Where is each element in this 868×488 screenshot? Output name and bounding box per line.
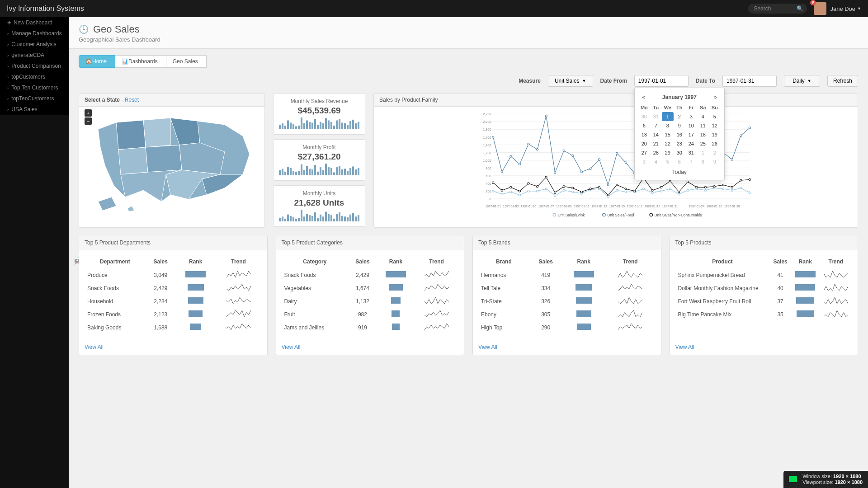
datepicker-day[interactable]: 6 xyxy=(674,157,685,166)
page-title: Geo Sales xyxy=(93,23,140,35)
svg-rect-25 xyxy=(347,125,349,129)
sidebar-item-customer-analysis[interactable]: ›Customer Analysis xyxy=(0,39,69,50)
datepicker-day[interactable]: 11 xyxy=(697,121,709,130)
datepicker-day[interactable]: 14 xyxy=(650,130,662,139)
datepicker-day[interactable]: 7 xyxy=(650,121,662,130)
datepicker-day[interactable]: 17 xyxy=(685,130,697,139)
svg-text:1997-01-28: 1997-01-28 xyxy=(724,205,740,208)
datepicker-day[interactable]: 20 xyxy=(638,139,650,148)
datepicker-prev[interactable]: « xyxy=(639,93,648,101)
measure-dropdown[interactable]: Unit Sales ▼ xyxy=(548,75,593,87)
datepicker-day[interactable]: 3 xyxy=(685,112,697,121)
svg-point-214 xyxy=(722,184,724,186)
avatar[interactable]: 5 xyxy=(814,2,826,15)
datepicker-day[interactable]: 23 xyxy=(674,139,685,148)
view-all-link[interactable]: View All xyxy=(675,344,694,350)
svg-text:1,200: 1,200 xyxy=(483,151,491,155)
datepicker-day[interactable]: 27 xyxy=(638,148,650,157)
svg-point-186 xyxy=(740,135,742,136)
datepicker-day[interactable]: 30 xyxy=(674,148,685,157)
sidebar-item-manage-dashboards[interactable]: ›Manage Dashboards xyxy=(0,28,69,39)
chev-icon: › xyxy=(7,53,9,58)
datepicker-next[interactable]: » xyxy=(711,93,720,101)
datepicker-day[interactable]: 26 xyxy=(709,139,721,148)
sidebar-item-new-dashboard[interactable]: ✚New Dashboard xyxy=(0,17,69,28)
map-reset-link[interactable]: Reset xyxy=(125,97,139,103)
datepicker-day[interactable]: 30 xyxy=(638,112,650,121)
svg-point-165 xyxy=(554,172,556,174)
svg-point-216 xyxy=(740,179,742,181)
svg-rect-86 xyxy=(349,215,351,221)
datepicker-day[interactable]: 8 xyxy=(662,121,674,130)
sidebar-item-toptencustomers[interactable]: ›topTenCustomers xyxy=(0,93,69,104)
datepicker-day[interactable]: 2 xyxy=(709,148,721,157)
sidebar-item-product-comparison[interactable]: ›Product Comparison xyxy=(0,61,69,71)
datepicker-title[interactable]: January 1997 xyxy=(662,94,697,100)
user-menu[interactable]: Jane Doe ▼ xyxy=(830,5,861,12)
datepicker-day[interactable]: 4 xyxy=(650,157,662,166)
svg-rect-45 xyxy=(320,167,321,175)
datepicker-day[interactable]: 31 xyxy=(650,112,662,121)
sidebar: 🏠Home📊Dashboards▼ ✚New Dashboard›Manage … xyxy=(0,17,69,488)
svg-point-158 xyxy=(492,136,494,138)
datepicker-day[interactable]: 2 xyxy=(674,112,685,121)
datepicker-day[interactable]: 1 xyxy=(697,148,709,157)
svg-rect-34 xyxy=(290,168,292,175)
frequency-dropdown[interactable]: Daily ▼ xyxy=(784,75,820,87)
svg-text:1997-01-11: 1997-01-11 xyxy=(574,205,590,208)
svg-point-148 xyxy=(669,188,671,190)
svg-rect-85 xyxy=(347,217,349,221)
datepicker-day[interactable]: 18 xyxy=(697,130,709,139)
sidebar-item-topcustomers[interactable]: ›topCustomers xyxy=(0,71,69,82)
usa-map[interactable] xyxy=(89,111,256,215)
sales-line-chart[interactable]: 02004006008001,0001,2001,4001,6001,8002,… xyxy=(379,112,852,221)
breadcrumb-geo-sales[interactable]: Geo Sales xyxy=(166,55,207,68)
datepicker-day[interactable]: 9 xyxy=(709,157,721,166)
sidebar-item-top-ten-customers[interactable]: ›Top Ten Customers xyxy=(0,82,69,93)
datepicker-day[interactable]: 12 xyxy=(709,121,721,130)
datepicker-day[interactable]: 16 xyxy=(674,130,685,139)
refresh-button[interactable]: Refresh xyxy=(827,75,858,87)
datepicker-today[interactable]: Today xyxy=(638,166,721,176)
svg-point-164 xyxy=(545,115,547,117)
date-from-input[interactable] xyxy=(634,75,689,87)
svg-point-134 xyxy=(545,188,547,190)
datepicker-day[interactable]: 5 xyxy=(662,157,674,166)
svg-rect-22 xyxy=(339,119,340,129)
datepicker-day[interactable]: 3 xyxy=(638,157,650,166)
sidebar-item-usa-sales[interactable]: ›USA Sales xyxy=(0,104,69,115)
datepicker-day[interactable]: 9 xyxy=(674,121,685,130)
view-all-link[interactable]: View All xyxy=(85,344,104,350)
datepicker-day[interactable]: 8 xyxy=(697,157,709,166)
datepicker-day[interactable]: 25 xyxy=(697,139,709,148)
screen-icon xyxy=(789,476,797,482)
datepicker-day[interactable]: 15 xyxy=(662,130,674,139)
date-to-input[interactable] xyxy=(722,75,777,87)
datepicker-day[interactable]: 7 xyxy=(685,157,697,166)
svg-point-133 xyxy=(536,190,538,192)
datepicker-day[interactable]: 29 xyxy=(662,148,674,157)
datepicker-day[interactable]: 22 xyxy=(662,139,674,148)
top5-top-5-product-categories: Top 5 Product Categories CategorySalesRa… xyxy=(276,236,465,355)
breadcrumb-dashboards[interactable]: 📊 Dashboards xyxy=(115,55,166,68)
datepicker-day[interactable]: 28 xyxy=(650,148,662,157)
datepicker-day[interactable]: 10 xyxy=(685,121,697,130)
datepicker-day[interactable]: 4 xyxy=(697,112,709,121)
sidebar-item-generatecda[interactable]: ›generateCDA xyxy=(0,50,69,61)
datepicker-day[interactable]: 19 xyxy=(709,130,721,139)
chev-icon: › xyxy=(7,96,9,101)
view-all-link[interactable]: View All xyxy=(282,344,301,350)
svg-point-185 xyxy=(731,159,733,160)
datepicker-day[interactable]: 24 xyxy=(685,139,697,148)
table-row: Tri-State 326 xyxy=(478,295,656,308)
datepicker-day[interactable]: 13 xyxy=(638,130,650,139)
view-all-link[interactable]: View All xyxy=(478,344,497,350)
datepicker-day[interactable]: 1 xyxy=(662,112,674,121)
datepicker-day[interactable]: 6 xyxy=(638,121,650,130)
svg-rect-52 xyxy=(339,166,340,175)
datepicker-day[interactable]: 5 xyxy=(709,112,721,121)
datepicker-day[interactable]: 21 xyxy=(650,139,662,148)
datepicker-day[interactable]: 31 xyxy=(685,148,697,157)
breadcrumb-home[interactable]: 🏠 Home xyxy=(79,55,115,68)
svg-rect-49 xyxy=(330,168,332,175)
